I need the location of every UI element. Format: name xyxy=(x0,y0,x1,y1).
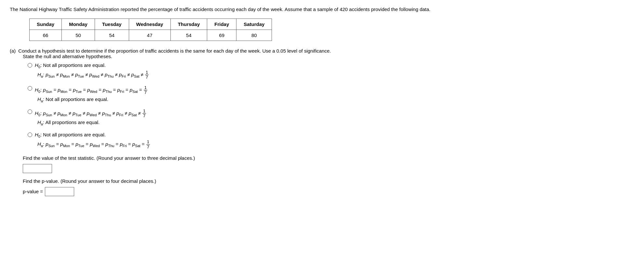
part-a-question: Conduct a hypothesis test to determine i… xyxy=(18,48,331,54)
col-header-wednesday: Wednesday xyxy=(129,19,170,30)
option-2-ha-text: Ha: Not all proportions are equal. xyxy=(37,96,634,103)
col-header-sunday: Sunday xyxy=(30,19,62,30)
col-header-thursday: Thursday xyxy=(170,19,207,30)
part-a-label: (a) xyxy=(10,48,16,54)
option-3-h0-row: H0: pSun ≠ pMon ≠ pTue ≠ pWed ≠ pThu ≠ p… xyxy=(28,109,634,119)
part-a: (a) Conduct a hypothesis test to determi… xyxy=(10,48,634,196)
col-header-saturday: Saturday xyxy=(236,19,272,30)
state-hypotheses-label: State the null and alternative hypothese… xyxy=(23,54,634,59)
val-saturday: 80 xyxy=(236,30,272,41)
radio-option-4[interactable] xyxy=(28,133,32,137)
option-4: H0: Not all proportions are equal. Ha: p… xyxy=(28,132,634,149)
val-sunday: 66 xyxy=(30,30,62,41)
pvalue-input[interactable] xyxy=(45,187,74,196)
data-table: Sunday Monday Tuesday Wednesday Thursday… xyxy=(29,19,272,41)
option-2: H0: pSun = pMon = pTue = pWed = pThu = p… xyxy=(28,85,634,103)
val-tuesday: 54 xyxy=(95,30,129,41)
col-header-monday: Monday xyxy=(62,19,95,30)
radio-option-2[interactable] xyxy=(28,86,32,91)
radio-option-1[interactable] xyxy=(28,63,32,68)
col-header-tuesday: Tuesday xyxy=(95,19,129,30)
option-3: H0: pSun ≠ pMon ≠ pTue ≠ pWed ≠ pThu ≠ p… xyxy=(28,109,634,126)
find-pvalue-label: Find the p-value. (Round your answer to … xyxy=(23,178,634,184)
pvalue-label: p-value = xyxy=(23,189,43,194)
option-1: H0: Not all proportions are equal. Ha: p… xyxy=(28,62,634,80)
val-wednesday: 47 xyxy=(129,30,170,41)
test-statistic-input[interactable] xyxy=(23,164,52,173)
val-monday: 50 xyxy=(62,30,95,41)
option-2-h0-row: H0: pSun = pMon = pTue = pWed = pThu = p… xyxy=(28,85,634,95)
col-header-friday: Friday xyxy=(207,19,236,30)
radio-option-3[interactable] xyxy=(28,109,32,114)
option-4-h0-row: H0: Not all proportions are equal. xyxy=(28,132,634,138)
val-thursday: 54 xyxy=(170,30,207,41)
option-1-ha-text: Ha: pSun ≠ pMon ≠ pTue ≠ pWed ≠ pThu ≠ p… xyxy=(37,70,634,80)
intro-text: The National Highway Traffic Safety Admi… xyxy=(10,6,628,13)
pvalue-row: p-value = xyxy=(23,187,634,196)
option-3-h0-text: H0: pSun ≠ pMon ≠ pTue ≠ pWed ≠ pThu ≠ p… xyxy=(35,109,146,119)
option-1-h0-row: H0: Not all proportions are equal. xyxy=(28,62,634,69)
find-stat-label: Find the value of the test statistic. (R… xyxy=(23,155,634,161)
option-3-ha-text: Ha: All proportions are equal. xyxy=(37,120,634,126)
option-2-h0-text: H0: pSun = pMon = pTue = pWed = pThu = p… xyxy=(35,85,148,95)
option-4-h0-text: H0: Not all proportions are equal. xyxy=(35,132,106,138)
option-4-ha-text: Ha: pSun = pMon = pTue = pWed = pThu = p… xyxy=(37,140,634,149)
val-friday: 69 xyxy=(207,30,236,41)
option-1-h0-text: H0: Not all proportions are equal. xyxy=(35,62,106,69)
